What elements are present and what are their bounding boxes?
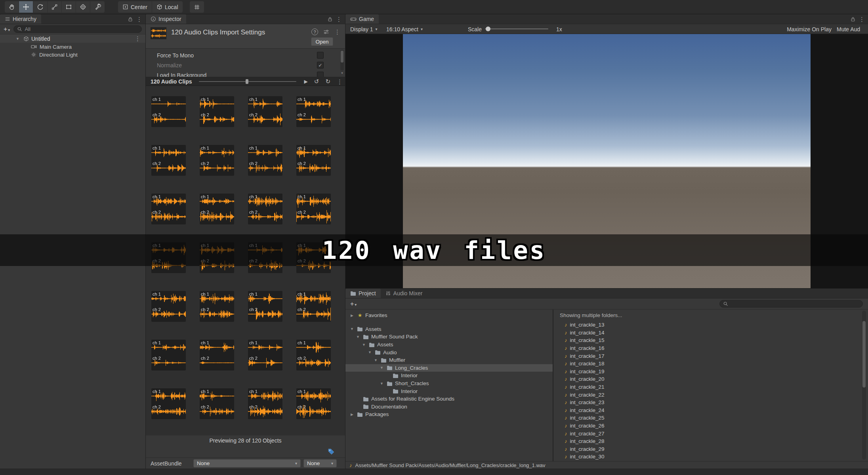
create-asset-button[interactable]: + ▾ — [350, 301, 357, 307]
audio-clip-preview[interactable]: ch 1ch 2 — [151, 291, 186, 322]
file-item[interactable]: ♪int_crackle_27 — [553, 429, 858, 437]
audio-clip-preview[interactable]: ch 1ch 2 — [200, 388, 234, 419]
foldout-expanded-icon[interactable]: ▼ — [361, 343, 366, 347]
foldout-expanded-icon[interactable]: ▼ — [379, 366, 384, 370]
file-item[interactable]: ♪int_crackle_21 — [553, 383, 858, 391]
audio-clip-preview[interactable]: ch 1ch 2 — [248, 96, 282, 127]
maximize-on-play-toggle[interactable]: Maximize On Play — [787, 24, 832, 34]
file-item[interactable]: ♪int_crackle_19 — [553, 368, 858, 376]
tab-game[interactable]: Game — [345, 14, 379, 24]
file-item[interactable]: ♪int_crackle_17 — [553, 352, 858, 360]
scrollbar-thumb[interactable] — [862, 321, 866, 388]
foldout-expanded-icon[interactable]: ▼ — [16, 37, 21, 41]
file-item[interactable]: ♪int_crackle_25 — [553, 414, 858, 422]
file-list-scrollbar[interactable] — [862, 311, 866, 460]
custom-tool-button[interactable] — [90, 1, 105, 13]
project-tree-item[interactable]: Interior — [345, 372, 553, 380]
project-tree-item[interactable]: Interior — [345, 387, 553, 395]
file-item[interactable]: ♪int_crackle_29 — [553, 445, 858, 453]
audio-clip-preview[interactable]: ch 1ch 2 — [248, 291, 282, 322]
scroll-down-icon[interactable]: ▾ — [340, 71, 344, 75]
hand-tool-button[interactable] — [5, 1, 19, 13]
tab-audio-mixer[interactable]: Audio Mixer — [381, 289, 427, 298]
project-tree-item[interactable]: ▼Muffler — [345, 356, 553, 364]
load-in-background-checkbox[interactable] — [317, 72, 324, 77]
tab-inspector[interactable]: Inspector — [146, 14, 186, 24]
pivot-mode-button[interactable]: Center — [118, 1, 152, 13]
file-item[interactable]: ♪int_crackle_22 — [553, 391, 858, 399]
settings-scrollbar[interactable] — [340, 50, 344, 70]
header-menu-icon[interactable]: ⋮ — [334, 29, 340, 35]
project-tree-item[interactable]: ▼Audio — [345, 348, 553, 356]
audio-clip-preview[interactable]: ch 1ch 2 — [151, 194, 186, 224]
project-tree-item[interactable]: Assets for Realistic Engine Sounds — [345, 395, 553, 403]
file-item[interactable]: ♪int_crackle_16 — [553, 344, 858, 352]
audio-clip-preview[interactable]: ch 1ch 2 — [296, 194, 331, 224]
audio-clip-preview[interactable]: ch 1ch 2 — [296, 340, 331, 370]
file-item[interactable]: ♪int_crackle_13 — [553, 321, 858, 329]
audio-clip-preview[interactable]: ch 1ch 2 — [296, 388, 331, 419]
lock-icon[interactable] — [128, 17, 133, 22]
aspect-dropdown[interactable]: 16:10 Aspect ▾ — [386, 24, 423, 34]
foldout-expanded-icon[interactable]: ▼ — [379, 382, 384, 386]
audio-clip-preview[interactable]: ch 1ch 2 — [248, 388, 282, 419]
audio-clip-preview[interactable]: ch 1ch 2 — [200, 340, 234, 370]
audio-clip-preview[interactable]: ch 1ch 2 — [200, 291, 234, 322]
transform-tool-button[interactable] — [76, 1, 90, 13]
audio-clip-preview[interactable]: ch 1ch 2 — [296, 145, 331, 176]
project-tree-item[interactable]: ▼Short_Cracles — [345, 380, 553, 388]
label-tag-icon[interactable] — [328, 448, 335, 455]
file-item[interactable]: ♪int_crackle_26 — [553, 422, 858, 430]
scale-slider[interactable] — [485, 28, 548, 29]
foldout-expanded-icon[interactable]: ▼ — [355, 335, 361, 339]
display-dropdown[interactable]: Display 1 ▾ — [350, 24, 378, 34]
loop-icon[interactable]: ↺ — [314, 78, 319, 85]
scale-slider-knob[interactable] — [486, 27, 490, 31]
scene-menu-icon[interactable]: ⋮ — [135, 36, 141, 42]
scene-row-untitled[interactable]: ▼ Untitled ⋮ — [0, 34, 145, 43]
audio-clip-preview[interactable]: ch 1ch 2 — [200, 145, 234, 176]
scrollbar-thumb[interactable] — [341, 51, 343, 63]
foldout-collapsed-icon[interactable]: ▶ — [349, 412, 355, 416]
panel-menu-icon[interactable]: ⋮ — [859, 16, 865, 22]
audio-clip-preview[interactable]: ch 1ch 2 — [248, 194, 282, 224]
mute-audio-toggle[interactable]: Mute Audio — [837, 24, 860, 34]
file-item[interactable]: ♪int_crackle_18 — [553, 360, 858, 368]
audio-clip-preview[interactable]: ch 1ch 2 — [151, 340, 186, 370]
move-tool-button[interactable] — [19, 1, 33, 13]
preview-menu-icon[interactable]: ⋮ — [337, 79, 343, 85]
foldout-expanded-icon[interactable]: ▼ — [373, 358, 378, 362]
audio-clip-preview[interactable]: ch 1ch 2 — [151, 145, 186, 176]
file-item[interactable]: ♪int_crackle_30 — [553, 453, 858, 461]
hierarchy-item-directional-light[interactable]: Directional Light — [0, 51, 145, 59]
audio-clip-preview[interactable]: ch 1ch 2 — [296, 96, 331, 127]
file-item[interactable]: ♪int_crackle_24 — [553, 407, 858, 414]
file-item[interactable]: ♪int_crackle_14 — [553, 329, 858, 337]
tab-project[interactable]: Project — [345, 289, 381, 298]
panel-menu-icon[interactable]: ⋮ — [136, 16, 142, 22]
foldout-collapsed-icon[interactable]: ▶ — [349, 314, 355, 317]
slider-thumb[interactable] — [246, 79, 248, 84]
audio-clip-preview[interactable]: ch 1ch 2 — [200, 96, 234, 127]
project-tree-item[interactable]: ▶Packages — [345, 410, 553, 418]
assetbundle-variant-dropdown[interactable]: None ▾ — [303, 459, 337, 467]
rotate-tool-button[interactable] — [33, 1, 48, 13]
audio-clip-preview[interactable]: ch 1ch 2 — [151, 388, 186, 419]
force-to-mono-checkbox[interactable] — [317, 52, 324, 59]
audio-clip-preview[interactable]: ch 1ch 2 — [200, 194, 234, 224]
assetbundle-dropdown[interactable]: None ▾ — [193, 459, 301, 467]
file-item[interactable]: ♪int_crackle_15 — [553, 336, 858, 344]
project-search-input[interactable] — [719, 300, 863, 308]
project-tree-item[interactable]: Documentation — [345, 403, 553, 411]
scale-tool-button[interactable] — [48, 1, 62, 13]
create-object-button[interactable]: + ▾ — [4, 26, 10, 32]
play-icon[interactable]: ▶ — [304, 79, 308, 84]
file-item[interactable]: ♪int_crackle_23 — [553, 399, 858, 407]
project-tree-item[interactable]: ▼Assets — [345, 325, 553, 333]
presets-icon[interactable] — [323, 29, 329, 34]
audio-clip-preview[interactable]: ch 1ch 2 — [248, 340, 282, 370]
normalize-checkbox[interactable]: ✓ — [317, 62, 324, 68]
file-item[interactable]: ♪int_crackle_20 — [553, 375, 858, 383]
foldout-expanded-icon[interactable]: ▼ — [349, 327, 355, 331]
orientation-button[interactable]: Local — [152, 1, 182, 13]
